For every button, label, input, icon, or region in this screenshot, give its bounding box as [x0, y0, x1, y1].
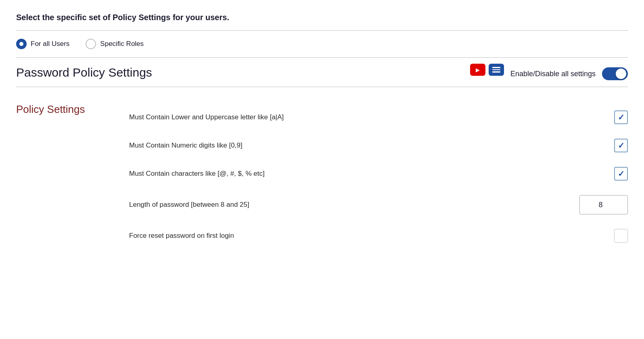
radio-label-specific-roles: Specific Roles	[100, 40, 144, 48]
checkmark-1: ✓	[618, 141, 625, 150]
radio-label-all-users: For all Users	[31, 40, 69, 48]
section-header: Password Policy Settings Enable/Disable …	[16, 66, 628, 87]
radio-circle-all-users	[16, 39, 27, 49]
checkbox-0[interactable]: ✓	[614, 110, 628, 124]
policy-row-3: Length of password [between 8 and 25]	[129, 188, 628, 222]
right-panel: Must Contain Lower and Uppercase letter …	[129, 103, 628, 250]
policy-row-2: Must Contain characters like [@, #, $, %…	[129, 160, 628, 188]
enable-label: Enable/Disable all settings	[510, 70, 596, 78]
policy-row-4: Force reset password on first login	[129, 222, 628, 250]
policy-settings-title: Policy Settings	[16, 103, 129, 116]
password-section-title: Password Policy Settings	[16, 66, 152, 79]
policy-label-3: Length of password [between 8 and 25]	[129, 201, 249, 209]
icon-buttons	[470, 64, 504, 76]
page-subtitle: Select the specific set of Policy Settin…	[16, 13, 628, 22]
policy-row-0: Must Contain Lower and Uppercase letter …	[129, 103, 628, 131]
toggle-knob	[616, 69, 626, 79]
list-icon[interactable]	[489, 64, 504, 76]
enable-disable-group: Enable/Disable all settings	[510, 67, 628, 80]
checkbox-4[interactable]	[614, 229, 628, 243]
policy-label-2: Must Contain characters like [@, #, $, %…	[129, 170, 265, 178]
main-content: Policy Settings Must Contain Lower and U…	[16, 103, 628, 250]
top-divider	[16, 30, 628, 31]
checkbox-2[interactable]: ✓	[614, 167, 628, 181]
checkmark-0: ✓	[618, 113, 625, 121]
radio-specific-roles[interactable]: Specific Roles	[86, 39, 144, 49]
left-panel: Policy Settings	[16, 103, 129, 250]
policy-label-4: Force reset password on first login	[129, 232, 234, 240]
list-line-3	[492, 71, 500, 73]
enable-disable-toggle[interactable]	[602, 67, 628, 80]
radio-circle-specific-roles	[86, 39, 96, 49]
checkmark-2: ✓	[618, 170, 625, 178]
youtube-icon[interactable]	[470, 64, 485, 76]
list-line-2	[492, 69, 500, 71]
radio-all-users[interactable]: For all Users	[16, 39, 69, 49]
header-right: Enable/Disable all settings	[470, 62, 628, 80]
radio-group: For all Users Specific Roles	[16, 39, 628, 49]
policy-label-0: Must Contain Lower and Uppercase letter …	[129, 113, 284, 121]
policy-row-1: Must Contain Numeric digits like [0,9] ✓	[129, 131, 628, 160]
page-container: Select the specific set of Policy Settin…	[0, 0, 644, 263]
middle-divider	[16, 57, 628, 58]
checkbox-1[interactable]: ✓	[614, 139, 628, 152]
list-line-1	[492, 67, 500, 68]
policy-label-1: Must Contain Numeric digits like [0,9]	[129, 141, 243, 150]
password-section: Password Policy Settings Enable/Disable …	[16, 66, 628, 250]
password-length-input[interactable]	[579, 195, 628, 214]
